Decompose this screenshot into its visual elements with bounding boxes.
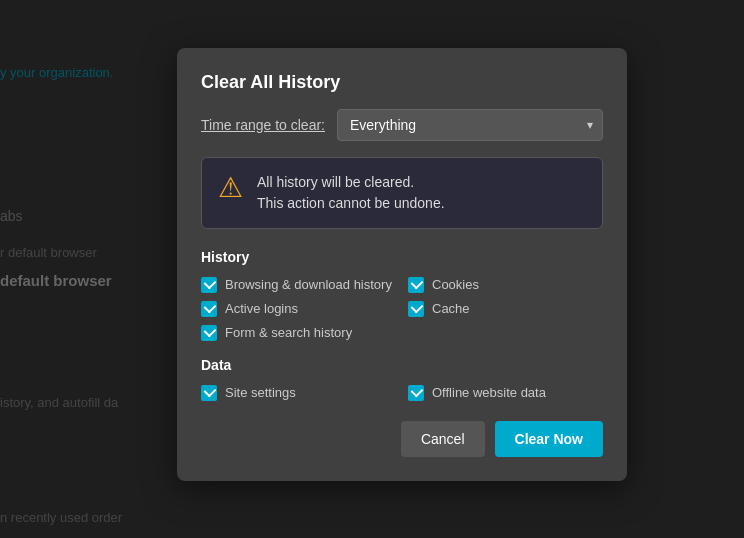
cache-label: Cache [432, 301, 470, 316]
clear-now-button[interactable]: Clear Now [495, 421, 603, 457]
site-settings-item[interactable]: Site settings [201, 385, 396, 401]
history-section: History Browsing & download history Cook… [201, 249, 603, 341]
time-range-select[interactable]: Everything Last Hour Last Two Hours Last… [337, 109, 603, 141]
history-section-header: History [201, 249, 603, 265]
site-settings-label: Site settings [225, 385, 296, 400]
cookies-item[interactable]: Cookies [408, 277, 603, 293]
active-logins-checkbox[interactable] [201, 301, 217, 317]
cookies-checkbox[interactable] [408, 277, 424, 293]
offline-website-checkbox[interactable] [408, 385, 424, 401]
form-history-item[interactable]: Form & search history [201, 325, 396, 341]
offline-website-label: Offline website data [432, 385, 546, 400]
offline-website-item[interactable]: Offline website data [408, 385, 603, 401]
active-logins-item[interactable]: Active logins [201, 301, 396, 317]
time-range-label: Time range to clear: [201, 117, 325, 133]
browsing-history-item[interactable]: Browsing & download history [201, 277, 396, 293]
time-range-select-wrapper[interactable]: Everything Last Hour Last Two Hours Last… [337, 109, 603, 141]
warning-text: All history will be cleared. This action… [257, 172, 445, 214]
form-history-label: Form & search history [225, 325, 352, 340]
data-section-header: Data [201, 357, 603, 373]
cookies-label: Cookies [432, 277, 479, 292]
data-section: Data Site settings Offline website data [201, 357, 603, 401]
modal-backdrop: Clear All History Time range to clear: E… [0, 0, 744, 538]
dialog-title: Clear All History [201, 72, 603, 93]
cache-checkbox[interactable] [408, 301, 424, 317]
browsing-history-label: Browsing & download history [225, 277, 392, 292]
clear-history-dialog: Clear All History Time range to clear: E… [177, 48, 627, 481]
warning-icon: ⚠ [218, 174, 243, 202]
warning-line-2: This action cannot be undone. [257, 193, 445, 214]
cache-item[interactable]: Cache [408, 301, 603, 317]
browsing-history-checkbox[interactable] [201, 277, 217, 293]
warning-line-1: All history will be cleared. [257, 172, 445, 193]
active-logins-label: Active logins [225, 301, 298, 316]
form-history-checkbox[interactable] [201, 325, 217, 341]
data-checkbox-grid: Site settings Offline website data [201, 385, 603, 401]
time-range-row: Time range to clear: Everything Last Hou… [201, 109, 603, 141]
button-row: Cancel Clear Now [201, 421, 603, 457]
site-settings-checkbox[interactable] [201, 385, 217, 401]
cancel-button[interactable]: Cancel [401, 421, 485, 457]
history-checkbox-grid: Browsing & download history Cookies Acti… [201, 277, 603, 341]
warning-box: ⚠ All history will be cleared. This acti… [201, 157, 603, 229]
